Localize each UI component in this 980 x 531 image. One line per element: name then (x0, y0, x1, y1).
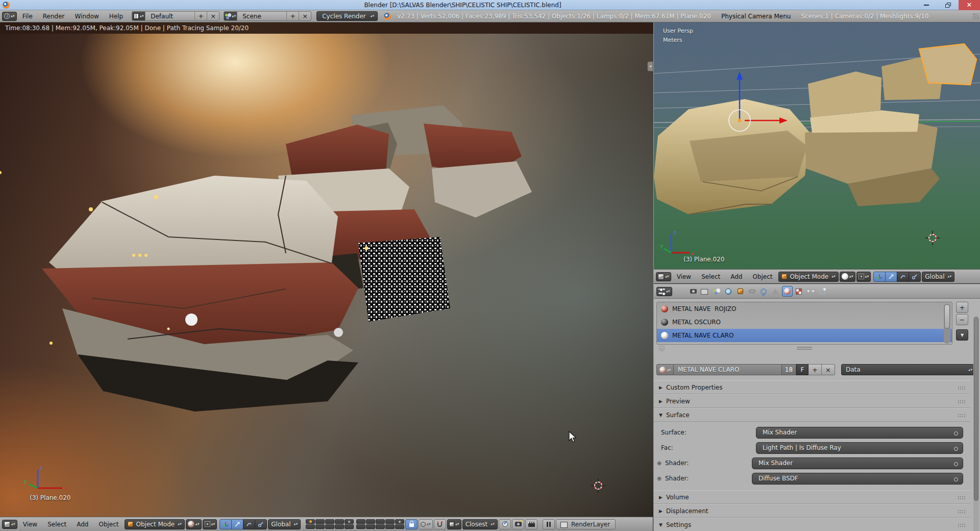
layers-widget[interactable] (306, 519, 404, 529)
menu-help[interactable]: Help (105, 13, 128, 20)
layer-group-2[interactable] (356, 519, 404, 529)
new-material-button[interactable]: + (808, 364, 822, 375)
slot-specials-button[interactable]: ▼ (956, 329, 968, 341)
menu-add[interactable]: Add (726, 273, 747, 280)
panel-preview[interactable]: ▶ Preview (654, 394, 970, 408)
menu-render[interactable]: Render (38, 13, 69, 20)
remove-slot-button[interactable]: − (956, 314, 968, 325)
panel-displacement[interactable]: ▶ Displacement (654, 504, 970, 518)
render-engine-dropdown[interactable]: Cycles Render ▲▼ (316, 11, 378, 21)
add-scene-button[interactable]: + (286, 12, 299, 20)
lock-to-scene-toggle[interactable] (405, 519, 418, 529)
menu-object[interactable]: Object (94, 521, 123, 528)
expand-circle-icon[interactable]: ⊕ (657, 460, 665, 467)
editor-type-selector-info[interactable]: i ▲▼ (2, 12, 17, 21)
panel-surface[interactable]: ▼ Surface (654, 408, 970, 422)
tab-texture[interactable] (794, 286, 804, 297)
opengl-render-anim-button[interactable] (525, 519, 537, 529)
manipulator-toggle-button[interactable] (873, 272, 886, 282)
translate-manipulator-button[interactable] (885, 272, 897, 282)
scale-manipulator-button[interactable] (909, 272, 921, 282)
scale-manipulator-button[interactable] (255, 519, 267, 529)
restore-button[interactable] (937, 0, 959, 10)
panel-drag-handle[interactable] (958, 510, 965, 514)
snap-element-dropdown[interactable]: ▲▼ (447, 519, 461, 529)
viewport-shading-dropdown[interactable]: ▲▼ (840, 272, 855, 282)
tab-object-data[interactable] (770, 286, 781, 297)
proportional-edit-dropdown[interactable]: ▲▼ (419, 519, 433, 529)
pivot-point-dropdown[interactable]: ▲▼ (856, 272, 871, 282)
panel-drag-handle[interactable] (958, 400, 965, 404)
snap-target-dropdown[interactable]: Closest ▲▼ (462, 519, 498, 529)
menu-select[interactable]: Select (43, 521, 71, 528)
rotate-manipulator-button[interactable] (897, 272, 909, 282)
tab-object[interactable] (735, 286, 746, 297)
snap-align-toggle[interactable] (499, 519, 511, 529)
fac-input-dropdown[interactable]: Light Path | Is Diffuse Ray (756, 442, 963, 454)
opengl-render-still-button[interactable] (512, 519, 524, 529)
minimize-button[interactable] (916, 0, 937, 10)
rendered-viewport-canvas[interactable]: Time:08:30.68 | Mem:92.05M, Peak:92.05M … (0, 22, 653, 517)
mode-dropdown[interactable]: Object Mode ▲▼ (125, 519, 185, 529)
menu-object[interactable]: Object (748, 273, 777, 280)
rotate-manipulator-button[interactable] (243, 519, 255, 529)
menu-view[interactable]: View (672, 273, 696, 280)
tab-render-layers[interactable] (700, 286, 710, 297)
translate-manipulator-button[interactable] (231, 519, 243, 529)
material-source-dropdown[interactable]: Data ▲▼ (841, 364, 977, 375)
menu-file[interactable]: File (18, 13, 37, 20)
orientation-dropdown[interactable]: Global ▲▼ (922, 272, 954, 282)
panel-settings[interactable]: ▼ Settings (654, 518, 970, 531)
renderlayer-dropdown[interactable]: RenderLayer (556, 519, 616, 529)
expand-circle-icon[interactable]: ⊕ (657, 475, 665, 482)
tab-constraints[interactable] (747, 286, 757, 297)
tab-render[interactable] (688, 286, 699, 297)
menu-add[interactable]: Add (72, 521, 93, 528)
delete-scene-button[interactable]: × (299, 12, 311, 20)
orientation-dropdown[interactable]: Global ▲▼ (268, 519, 301, 529)
pivot-point-dropdown[interactable]: ▲▼ (203, 519, 217, 529)
material-name-field[interactable]: METAL NAVE CLARO (674, 364, 782, 375)
panel-drag-handle[interactable] (958, 414, 965, 418)
snap-toggle[interactable] (434, 519, 446, 529)
browse-material-button[interactable]: ▲▼ (656, 364, 674, 375)
fake-user-button[interactable]: F (796, 364, 808, 375)
tab-particles[interactable]: ✶✶ (805, 286, 816, 297)
viewport-shading-dropdown[interactable]: ▲▼ (186, 519, 202, 529)
tab-physics[interactable] (817, 286, 828, 297)
panel-volume[interactable]: ▶ Volume (654, 490, 970, 504)
material-slot-row[interactable]: METAL NAVE ROJIZO (657, 302, 952, 316)
tab-material[interactable] (782, 286, 793, 297)
header-corner-grip[interactable] (973, 13, 979, 19)
surface-shader-dropdown[interactable]: Mix Shader (756, 427, 963, 439)
properties-scrollbar[interactable] (973, 316, 979, 531)
menu-view[interactable]: View (18, 521, 42, 528)
shader2-dropdown[interactable]: Diffuse BSDF (752, 473, 963, 485)
tab-world[interactable] (723, 286, 734, 297)
list-expand-icon[interactable]: + (659, 346, 665, 351)
panel-custom-properties[interactable]: ▶ Custom Properties (654, 380, 970, 394)
material-users-count[interactable]: 18 (782, 364, 796, 375)
editor-type-selector-properties[interactable]: ▲▼ (656, 287, 672, 296)
menu-select[interactable]: Select (697, 273, 725, 280)
material-slot-row[interactable]: METAL OSCURO (657, 316, 952, 329)
panel-drag-handle[interactable] (958, 523, 965, 527)
shader1-dropdown[interactable]: Mix Shader (752, 457, 963, 469)
physical-camera-menu[interactable]: Physical Camera Menu (721, 13, 791, 20)
editor-type-selector-3dview[interactable]: ▲▼ (2, 520, 17, 529)
delete-layout-button[interactable]: × (207, 12, 219, 20)
scene-browse[interactable]: ▲▼ (224, 12, 237, 20)
manipulator-toggle-button[interactable] (219, 519, 232, 529)
list-resize-grip[interactable] (797, 347, 812, 350)
render-pause-button[interactable] (543, 519, 555, 529)
tab-scene[interactable] (712, 286, 722, 297)
close-button[interactable]: ✕ (959, 0, 980, 10)
layer-group-1[interactable] (306, 519, 354, 529)
scene-name[interactable]: Scene (237, 13, 286, 20)
material-slot-row-selected[interactable]: METAL NAVE CLARO (657, 329, 952, 342)
screen-layout-name[interactable]: Default (145, 13, 194, 20)
panel-drag-handle[interactable] (958, 386, 965, 390)
panel-toggle-tab[interactable]: ◂ (647, 61, 653, 71)
mode-dropdown[interactable]: Object Mode ▲▼ (778, 272, 839, 282)
add-slot-button[interactable]: + (956, 302, 968, 313)
